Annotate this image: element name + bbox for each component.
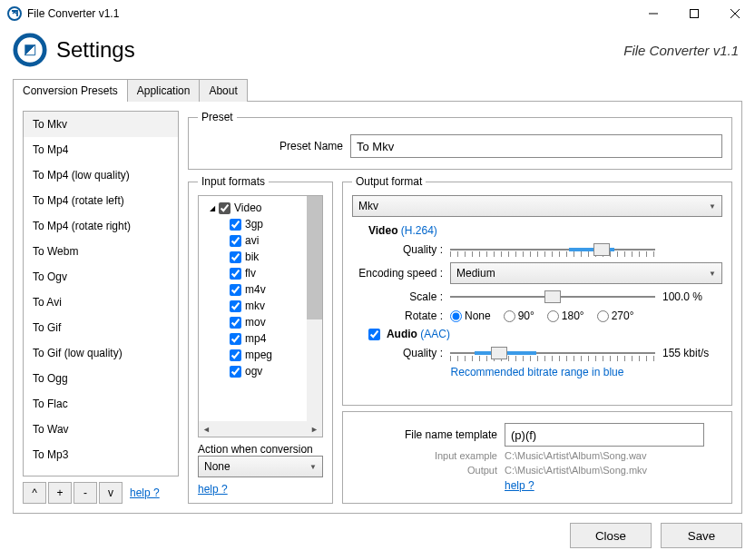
preset-item[interactable]: To Ogv (24, 264, 178, 290)
filename-template-input[interactable] (505, 423, 704, 447)
filename-help-link[interactable]: help ? (505, 479, 534, 492)
tab-application[interactable]: Application (127, 79, 201, 102)
scale-label: Scale : (352, 290, 443, 303)
add-preset-button[interactable]: + (48, 482, 72, 504)
input-example-value: C:\Music\Artist\Album\Song.wav (505, 450, 647, 461)
brand-label: File Converter v1.1 (623, 43, 739, 58)
preset-item[interactable]: To Mp4 (low quality) (24, 162, 178, 188)
format-checkbox[interactable] (230, 235, 241, 247)
input-formats-help-link[interactable]: help ? (198, 483, 323, 496)
move-down-button[interactable]: v (99, 482, 123, 504)
preset-item[interactable]: To Mkv (24, 112, 178, 137)
recommended-bitrate-note: Recommended bitrate range in blue (352, 366, 722, 378)
preset-item[interactable]: To Wav (24, 417, 178, 442)
format-checkbox[interactable] (230, 268, 241, 280)
input-example-label: Input example (352, 450, 497, 461)
tree-hscrollbar[interactable]: ◄► (199, 421, 322, 437)
preset-fieldset: Preset Preset Name (188, 111, 732, 170)
preset-item[interactable]: To Flac (24, 391, 178, 417)
titlebar: File Converter v1.1 (0, 0, 755, 27)
filename-fieldset: File name template Input example C:\Musi… (342, 411, 732, 504)
preset-name-input[interactable] (350, 134, 722, 158)
output-format-value: Mkv (358, 200, 378, 212)
tree-item[interactable]: mp4 (202, 330, 319, 347)
collapse-icon: ◢ (210, 204, 215, 212)
move-up-button[interactable]: ^ (23, 482, 46, 504)
logo-icon (13, 33, 47, 67)
video-quality-slider[interactable] (450, 239, 655, 260)
format-checkbox[interactable] (230, 300, 241, 312)
preset-item[interactable]: To Gif (low quality) (24, 340, 178, 366)
window-title: File Converter v1.1 (27, 7, 632, 20)
presets-help-link[interactable]: help ? (130, 486, 160, 499)
tabstrip: Conversion Presets Application About (0, 78, 755, 101)
footer: Close Save (0, 514, 755, 557)
audio-enable-checkbox[interactable] (368, 329, 380, 340)
action-combo-value: None (204, 460, 230, 473)
format-checkbox[interactable] (230, 349, 241, 361)
tree-item[interactable]: ogv (202, 363, 319, 379)
input-formats-tree[interactable]: ◢ Video 3gpavibikflvm4vmkvmovmp4mpegogv … (198, 195, 323, 437)
preset-item[interactable]: To Mp4 (rotate left) (24, 188, 178, 213)
audio-quality-slider[interactable] (450, 342, 655, 364)
preset-list[interactable]: To MkvTo Mp4To Mp4 (low quality)To Mp4 (… (23, 111, 179, 476)
rotate-270[interactable]: 270° (597, 309, 634, 322)
format-checkbox[interactable] (230, 317, 241, 329)
tree-item[interactable]: m4v (202, 281, 319, 298)
tab-body: To MkvTo Mp4To Mp4 (low quality)To Mp4 (… (13, 101, 742, 514)
tree-item[interactable]: mov (202, 314, 319, 330)
remove-preset-button[interactable]: - (74, 482, 97, 504)
minimize-button[interactable] (632, 0, 673, 27)
preset-item[interactable]: To Mp4 (24, 137, 178, 162)
tab-conversion-presets[interactable]: Conversion Presets (13, 79, 128, 102)
audio-codec-label: (AAC) (420, 328, 450, 340)
tree-item[interactable]: avi (202, 232, 319, 249)
tree-item[interactable]: mpeg (202, 347, 319, 363)
action-combo[interactable]: None ▼ (198, 456, 323, 477)
preset-item[interactable]: To Webm (24, 239, 178, 264)
svg-point-0 (8, 7, 21, 20)
output-format-combo[interactable]: Mkv ▼ (352, 195, 722, 217)
tree-item[interactable]: flv (202, 265, 319, 281)
preset-item[interactable]: To Ogg (24, 366, 178, 391)
page-title: Settings (56, 37, 623, 63)
output-example-value: C:\Music\Artist\Album\Song.mkv (505, 465, 647, 476)
preset-item[interactable]: To Mp3 (24, 442, 178, 467)
format-checkbox[interactable] (230, 251, 241, 263)
group-checkbox[interactable] (219, 202, 230, 214)
preset-item[interactable]: To Gif (24, 315, 178, 340)
preset-legend: Preset (198, 111, 237, 123)
format-checkbox[interactable] (230, 219, 241, 231)
tab-about[interactable]: About (199, 79, 247, 102)
audio-quality-label: Quality : (352, 347, 443, 359)
rotate-90[interactable]: 90° (504, 309, 534, 322)
audio-section-header: Audio (AAC) (368, 328, 722, 340)
tree-vscrollbar[interactable] (307, 196, 322, 421)
format-checkbox[interactable] (230, 333, 241, 345)
format-checkbox[interactable] (230, 284, 241, 296)
preset-item[interactable]: To Mp4 (rotate right) (24, 213, 178, 239)
video-quality-label: Quality : (352, 243, 443, 256)
preset-item[interactable]: To Avi (24, 290, 178, 315)
rotate-label: Rotate : (352, 309, 443, 322)
format-checkbox[interactable] (230, 366, 241, 378)
encoding-speed-combo[interactable]: Medium ▼ (450, 262, 722, 284)
rotate-none[interactable]: None (450, 309, 491, 322)
output-example-label: Output (352, 465, 497, 476)
tree-item[interactable]: bik (202, 249, 319, 265)
preset-detail: Preset Preset Name Input formats ◢ Vi (188, 111, 732, 504)
close-button[interactable] (714, 0, 755, 27)
video-codec-label: (H.264) (401, 224, 437, 237)
close-dialog-button[interactable]: Close (570, 523, 652, 548)
save-button[interactable]: Save (661, 523, 742, 548)
tree-item[interactable]: mkv (202, 298, 319, 314)
header: Settings File Converter v1.1 (0, 27, 755, 73)
rotate-180[interactable]: 180° (547, 309, 584, 322)
action-label: Action when conversion (198, 443, 323, 456)
scale-slider[interactable] (450, 286, 655, 308)
scale-value: 100.0 % (662, 290, 722, 303)
maximize-button[interactable] (673, 0, 714, 27)
filename-template-label: File name template (352, 428, 497, 441)
tree-group-video[interactable]: ◢ Video (202, 200, 319, 216)
tree-item[interactable]: 3gp (202, 216, 319, 232)
